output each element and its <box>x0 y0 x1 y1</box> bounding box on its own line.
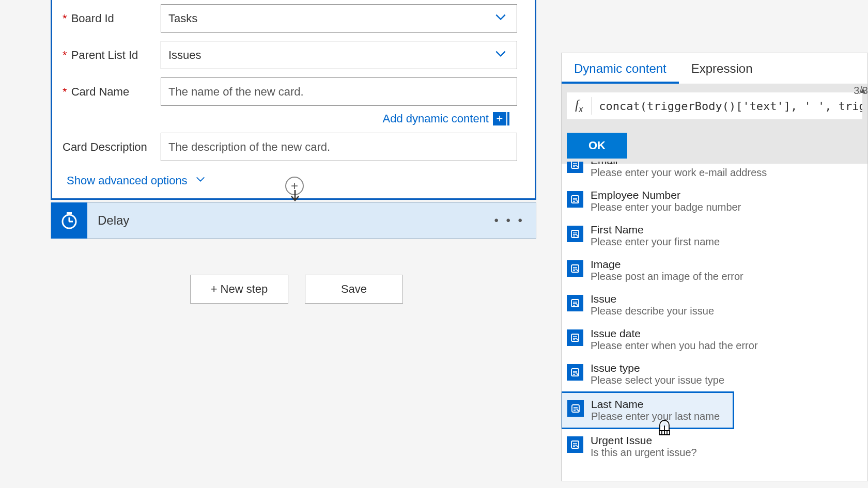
add-dynamic-content-link[interactable]: Add dynamic content + <box>383 112 509 125</box>
token-title: Employee Number <box>591 189 741 201</box>
token-title: First Name <box>591 224 720 236</box>
card-desc-row: Card Description The description of the … <box>52 129 535 165</box>
bar-icon <box>507 112 509 125</box>
card-desc-label: Card Description <box>63 140 161 154</box>
token-list[interactable]: EmailPlease enter your work e-mail addre… <box>562 162 867 474</box>
svg-rect-1 <box>67 212 72 214</box>
timer-icon <box>51 202 87 239</box>
token-title: Urgent Issue <box>591 434 697 447</box>
token-item[interactable]: EmailPlease enter your work e-mail addre… <box>562 162 867 184</box>
token-desc: Please post an image of the error <box>591 271 743 282</box>
token-desc: Is this an urgent issue? <box>591 447 697 459</box>
form-icon <box>567 400 584 417</box>
token-item[interactable]: First NamePlease enter your first name <box>562 218 867 253</box>
form-icon <box>567 191 583 208</box>
token-desc: Please enter when you had the error <box>591 340 758 352</box>
board-id-value: Tasks <box>168 12 197 25</box>
save-button[interactable]: Save <box>305 275 403 304</box>
card-name-row: * Card Name The name of the new card. <box>52 73 535 110</box>
delay-card[interactable]: Delay • • • <box>51 202 536 239</box>
token-desc: Please enter your work e-mail address <box>591 167 767 179</box>
plus-icon: + <box>493 112 506 125</box>
token-title: Issue <box>591 293 714 305</box>
form-icon <box>567 260 583 277</box>
token-item[interactable]: ImagePlease post an image of the error <box>562 253 867 288</box>
form-icon <box>567 162 583 173</box>
token-title: Issue date <box>591 327 758 340</box>
tab-dynamic-content[interactable]: Dynamic content <box>562 53 679 84</box>
card-name-label: * Card Name <box>63 85 161 99</box>
delay-title: Delay <box>98 213 129 228</box>
card-name-input[interactable]: The name of the new card. <box>161 77 517 106</box>
form-icon <box>567 364 583 381</box>
card-name-placeholder: The name of the new card. <box>168 85 304 99</box>
token-title: Image <box>591 258 743 271</box>
card-desc-placeholder: The description of the new card. <box>168 140 330 154</box>
chevron-down-icon <box>195 174 206 188</box>
token-desc: Please enter your first name <box>591 236 720 248</box>
token-item[interactable]: IssuePlease describe your issue <box>562 288 867 322</box>
show-advanced-link[interactable]: Show advanced options <box>67 174 206 188</box>
dynpanel-tabs: Dynamic content Expression <box>562 53 867 84</box>
token-item[interactable]: Urgent IssueIs this an urgent issue? <box>562 429 867 464</box>
fx-icon: fx <box>567 97 592 114</box>
token-title: Last Name <box>591 398 720 411</box>
page-counter: 3/3 <box>854 85 868 97</box>
ok-button[interactable]: OK <box>567 133 627 159</box>
token-desc: Please describe your issue <box>591 305 714 317</box>
form-icon <box>567 295 583 311</box>
more-icon[interactable]: • • • <box>494 213 524 228</box>
token-desc: Please enter your last name <box>591 411 720 422</box>
tab-expression[interactable]: Expression <box>679 53 765 84</box>
token-title: Email <box>591 162 767 167</box>
dynamic-content-panel: Dynamic content Expression fx concat(tri… <box>561 53 868 481</box>
form-icon <box>567 226 583 242</box>
parent-list-label: * Parent List Id <box>63 49 161 62</box>
expression-text: concat(triggerBody()['text'], ' ', trigg… <box>592 100 862 113</box>
parent-list-select[interactable]: Issues <box>161 41 517 69</box>
board-id-row: * Board Id Tasks <box>52 0 535 37</box>
form-icon <box>567 436 583 453</box>
expression-input[interactable]: fx concat(triggerBody()['text'], ' ', tr… <box>567 92 862 119</box>
create-card-panel: * Board Id Tasks * Parent List Id Issues… <box>51 0 536 200</box>
parent-list-value: Issues <box>168 49 202 62</box>
chevron-down-icon <box>494 47 507 64</box>
form-icon <box>567 329 583 346</box>
board-id-label: * Board Id <box>63 12 161 25</box>
chevron-down-icon <box>494 10 507 27</box>
action-buttons: + New step Save <box>190 275 403 304</box>
new-step-button[interactable]: + New step <box>190 275 288 304</box>
card-desc-input[interactable]: The description of the new card. <box>161 133 517 161</box>
token-title: Issue type <box>591 362 724 374</box>
token-item[interactable]: Last NamePlease enter your last name <box>562 391 734 429</box>
board-id-select[interactable]: Tasks <box>161 4 517 33</box>
token-item[interactable]: Employee NumberPlease enter your badge n… <box>562 184 867 218</box>
token-desc: Please select your issue type <box>591 374 724 386</box>
token-item[interactable]: Issue typePlease select your issue type <box>562 357 867 391</box>
token-item[interactable]: Issue datePlease enter when you had the … <box>562 322 867 357</box>
fx-bar: fx concat(triggerBody()['text'], ' ', tr… <box>562 84 867 128</box>
parent-list-row: * Parent List Id Issues <box>52 37 535 73</box>
token-desc: Please enter your badge number <box>591 201 741 213</box>
